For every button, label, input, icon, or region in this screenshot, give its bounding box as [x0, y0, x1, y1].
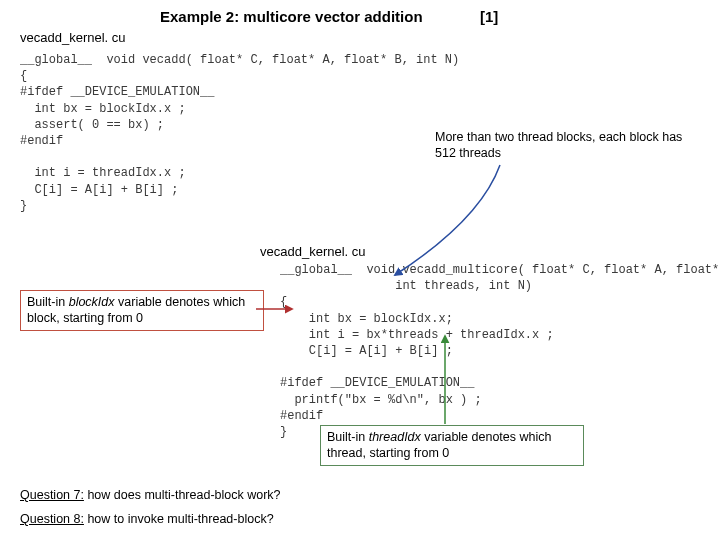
note3-var: threadIdx	[369, 430, 421, 444]
file-label-2: vecadd_kernel. cu	[260, 244, 366, 259]
slide-title-ref: [1]	[480, 8, 498, 25]
slide-title: Example 2: multicore vector addition	[160, 8, 423, 25]
note2-pre: Built-in	[27, 295, 69, 309]
file-label-1: vecadd_kernel. cu	[20, 30, 126, 45]
q7-label: Question 7:	[20, 488, 84, 502]
annotation-thread-blocks: More than two thread blocks, each block …	[435, 130, 685, 161]
note3-pre: Built-in	[327, 430, 369, 444]
question-8: Question 8: how to invoke multi-thread-b…	[20, 512, 274, 526]
q8-label: Question 8:	[20, 512, 84, 526]
code-block-2: __global__ void vecadd_multicore( float*…	[280, 262, 720, 440]
q7-text: how does multi-thread-block work?	[84, 488, 281, 502]
annotation-threadidx: Built-in threadIdx variable denotes whic…	[320, 425, 584, 466]
question-7: Question 7: how does multi-thread-block …	[20, 488, 281, 502]
q8-text: how to invoke multi-thread-block?	[84, 512, 274, 526]
note2-var: blockIdx	[69, 295, 115, 309]
annotation-blockidx: Built-in blockIdx variable denotes which…	[20, 290, 264, 331]
code-block-1: __global__ void vecadd( float* C, float*…	[20, 52, 459, 214]
